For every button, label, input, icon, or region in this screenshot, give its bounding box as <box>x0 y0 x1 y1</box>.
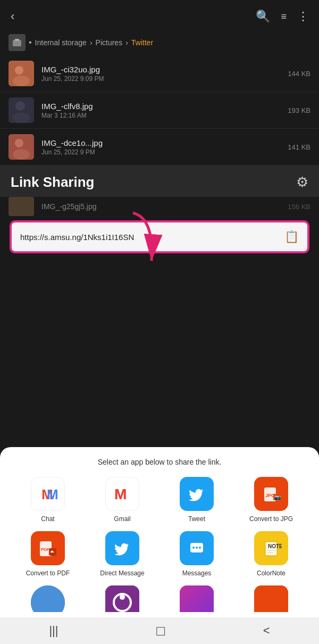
app-grid-row2: PDF Convert to PDF Direct Message <box>11 531 308 577</box>
svg-text:PDF: PDF <box>41 547 49 552</box>
partial-app-icon-2 <box>105 585 139 612</box>
app-item-gmail[interactable]: M M Gmail <box>85 477 160 523</box>
nav-home-icon[interactable]: □ <box>156 623 165 639</box>
back-icon[interactable]: ‹ <box>11 10 14 23</box>
file-meta: Mar 3 12:16 AM <box>41 112 280 119</box>
direct-message-app-icon <box>105 531 139 565</box>
partial-app-icon-3 <box>180 585 214 612</box>
app-item-convert-jpg[interactable]: JPG 📷 Convert to JPG <box>234 477 308 523</box>
svg-point-10 <box>13 149 30 160</box>
svg-point-9 <box>15 139 23 147</box>
file-info: IMG_-ci32uo.jpg Jun 25, 2022 9:09 PM <box>41 65 280 82</box>
app-item-colornote[interactable]: NOTE ColorNote <box>234 531 308 577</box>
url-box[interactable]: https://s.amsu.ng/1Nks1i1I16SN 📋 <box>11 221 308 252</box>
direct-message-label: Direct Message <box>100 569 144 577</box>
app-item-partial-4[interactable] <box>234 585 308 612</box>
file-info: IMG_-clfv8.jpg Mar 3 12:16 AM <box>41 102 280 119</box>
gmail-label: Gmail <box>114 515 130 523</box>
colornote-app-icon: NOTE <box>254 531 288 565</box>
app-item-partial-1[interactable] <box>11 585 85 612</box>
convert-jpg-app-icon: JPG 📷 <box>254 477 288 511</box>
file-thumbnail <box>9 61 34 86</box>
tweet-app-icon <box>180 477 214 511</box>
gmail-app-icon: M M <box>105 477 139 511</box>
app-item-direct-message[interactable]: Direct Message <box>85 531 160 577</box>
copy-icon[interactable]: 📋 <box>284 230 299 244</box>
app-item-messages[interactable]: Messages <box>160 531 234 577</box>
convert-jpg-label: Convert to JPG <box>249 515 293 523</box>
file-thumbnail <box>9 134 34 160</box>
svg-point-7 <box>13 112 30 123</box>
svg-rect-39 <box>31 585 65 612</box>
link-sharing-panel: Link Sharing ⚙ <box>0 166 319 197</box>
svg-point-31 <box>192 547 195 549</box>
link-sharing-title: Link Sharing <box>11 174 94 191</box>
app-grid-partial <box>11 585 308 612</box>
app-grid: M M Chat M M Gmail <box>11 477 308 523</box>
file-item[interactable]: IMG_-ci32uo.jpg Jun 25, 2022 9:09 PM 144… <box>0 55 319 92</box>
file-item[interactable]: IMG_-clfv8.jpg Mar 3 12:16 AM 193 KB <box>0 92 319 129</box>
bottom-sheet: Select an app below to share the link. M… <box>0 447 319 617</box>
file-size: 144 KB <box>288 70 310 78</box>
messages-label: Messages <box>182 569 212 577</box>
breadcrumb-twitter[interactable]: Twitter <box>131 38 153 47</box>
file-size-partial: 156 KB <box>288 203 310 211</box>
svg-rect-43 <box>180 585 214 612</box>
file-info: IMG_-dce1o...jpg Jun 25, 2022 9 PM <box>41 138 280 156</box>
partial-app-icon-1 <box>31 585 65 612</box>
svg-point-6 <box>15 101 25 111</box>
app-item-chat[interactable]: M M Chat <box>11 477 85 523</box>
convert-pdf-label: Convert to PDF <box>26 569 70 577</box>
colornote-label: ColorNote <box>257 569 286 577</box>
share-instruction: Select an app below to share the link. <box>11 458 308 466</box>
svg-point-4 <box>13 76 30 86</box>
file-meta: Jun 25, 2022 9 PM <box>41 148 280 156</box>
app-item-partial-2[interactable] <box>85 585 160 612</box>
chat-app-icon: M M <box>31 477 65 511</box>
svg-rect-1 <box>15 39 19 41</box>
tweet-label: Tweet <box>188 515 205 523</box>
list-view-icon[interactable]: ≡ <box>281 11 287 22</box>
app-item-tweet[interactable]: Tweet <box>160 477 234 523</box>
nav-menu-icon[interactable]: ||| <box>49 624 58 638</box>
app-item-partial-3[interactable] <box>160 585 234 612</box>
more-icon[interactable]: ⋮ <box>297 10 308 23</box>
file-name: IMG_-ci32uo.jpg <box>41 65 280 74</box>
search-icon[interactable]: 🔍 <box>256 10 270 23</box>
bottom-nav: ||| □ < <box>0 617 319 644</box>
url-section: https://s.amsu.ng/1Nks1i1I16SN 📋 <box>0 216 319 261</box>
nav-back-icon[interactable]: < <box>263 624 270 638</box>
partial-app-icon-4 <box>254 585 288 612</box>
settings-icon[interactable]: ⚙ <box>296 174 308 191</box>
file-size: 141 KB <box>288 143 310 151</box>
svg-text:NOTE: NOTE <box>268 543 282 549</box>
svg-rect-44 <box>254 585 288 612</box>
messages-app-icon <box>180 531 214 565</box>
file-thumbnail <box>9 97 34 123</box>
breadcrumb: • Internal storage › Pictures › Twitter <box>0 30 319 55</box>
file-name: IMG_-clfv8.jpg <box>41 102 280 111</box>
file-size: 193 KB <box>288 106 310 114</box>
file-list: IMG_-ci32uo.jpg Jun 25, 2022 9:09 PM 144… <box>0 55 319 166</box>
url-text: https://s.amsu.ng/1Nks1i1I16SN <box>20 233 279 242</box>
svg-point-3 <box>15 66 23 75</box>
file-name-partial: IMG_-g25gj5.jpg <box>41 202 280 211</box>
svg-point-32 <box>196 547 198 549</box>
svg-text:📷: 📷 <box>274 494 281 501</box>
svg-text:M: M <box>114 486 127 502</box>
svg-point-42 <box>120 595 125 600</box>
file-item[interactable]: IMG_-dce1o...jpg Jun 25, 2022 9 PM 141 K… <box>0 129 319 166</box>
chat-label: Chat <box>41 515 54 523</box>
breadcrumb-internal-storage[interactable]: Internal storage <box>35 38 87 47</box>
app-item-convert-pdf[interactable]: PDF Convert to PDF <box>11 531 85 577</box>
breadcrumb-avatar <box>9 34 26 51</box>
url-box-wrapper: https://s.amsu.ng/1Nks1i1I16SN 📋 <box>11 221 308 252</box>
file-meta: Jun 25, 2022 9:09 PM <box>41 75 280 82</box>
convert-pdf-app-icon: PDF <box>31 531 65 565</box>
breadcrumb-pictures[interactable]: Pictures <box>96 38 123 47</box>
svg-point-33 <box>199 547 201 549</box>
file-name: IMG_-dce1o...jpg <box>41 138 280 147</box>
top-bar: ‹ 🔍 ≡ ⋮ <box>0 0 319 30</box>
svg-text:M: M <box>47 486 58 502</box>
